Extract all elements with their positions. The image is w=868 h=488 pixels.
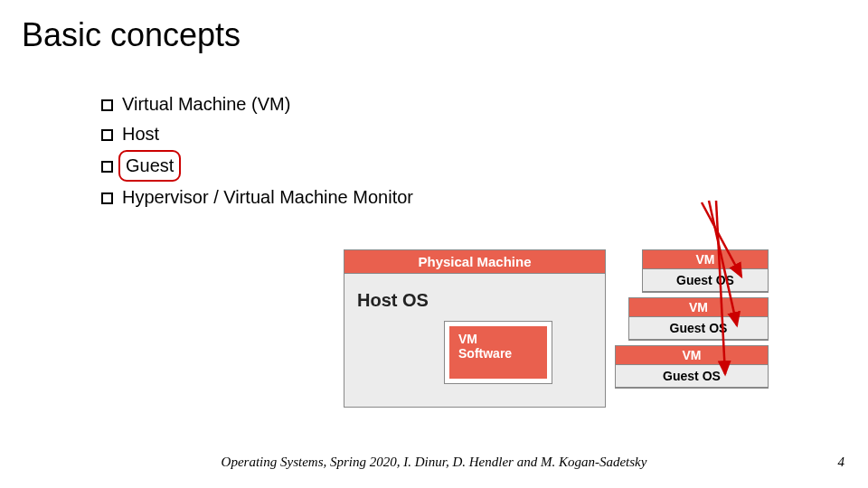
vm-software-line2: Software [458,346,512,361]
vm-block: VM Guest OS [642,249,769,293]
physical-machine-box: Physical Machine Host OS VM Software [344,249,606,408]
vm-block: VM Guest OS [615,345,769,389]
vm-software-line1: VM [458,332,477,346]
vm-software-box: VM Software [444,321,552,384]
list-item: Hypervisor / Virtual Machine Monitor [101,183,413,211]
bullet-text: Hypervisor / Virtual Machine Monitor [122,183,413,211]
list-item: Virtual Machine (VM) [101,90,413,118]
vm-block-guestos: Guest OS [629,317,768,340]
square-bullet-icon [101,99,113,111]
bullet-text: Guest [126,155,174,175]
host-os-label: Host OS [357,290,429,311]
vm-block-guestos: Guest OS [616,365,768,388]
arrows-overlay [0,0,868,488]
vm-block-header: VM [629,298,768,317]
list-item: Guest [101,150,413,182]
page-number: 4 [838,455,845,470]
footer-credit: Operating Systems, Spring 2020, I. Dinur… [0,455,868,470]
highlight-box: Guest [118,150,181,182]
bullet-text: Virtual Machine (VM) [122,90,290,118]
vm-block-header: VM [616,346,768,365]
vm-block-header: VM [643,250,768,269]
square-bullet-icon [101,192,113,204]
vm-block-guestos: Guest OS [643,269,768,292]
vm-stack: VM Guest OS VM Guest OS VM Guest OS [615,249,769,388]
bullet-text: Host [122,120,159,148]
bullet-list: Virtual Machine (VM) Host Guest Hypervis… [101,90,413,213]
slide: Basic concepts Virtual Machine (VM) Host… [0,0,868,488]
list-item: Host [101,120,413,148]
physical-machine-header: Physical Machine [344,250,605,274]
vm-software-inner: VM Software [449,326,547,379]
square-bullet-icon [101,129,113,141]
slide-title: Basic concepts [22,16,241,54]
square-bullet-icon [101,161,113,173]
vm-block: VM Guest OS [628,297,769,341]
diagram: Physical Machine Host OS VM Software VM … [344,249,778,412]
